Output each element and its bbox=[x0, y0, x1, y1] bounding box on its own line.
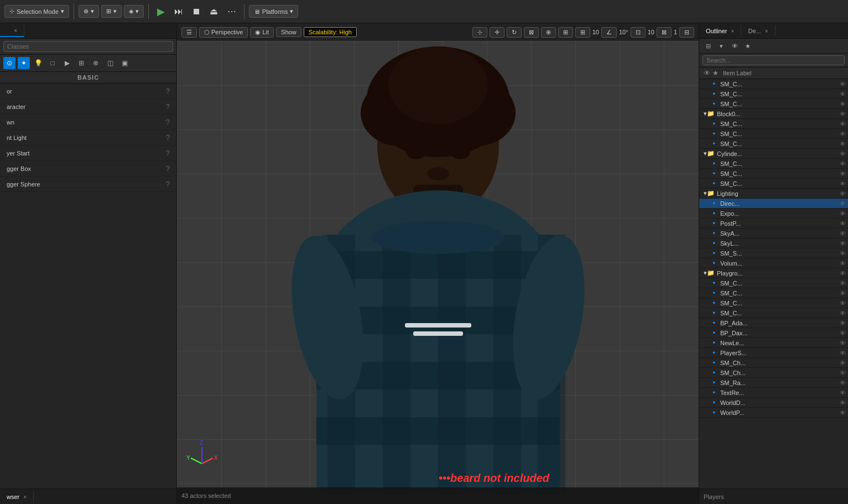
outliner-item-out-cyl[interactable]: ▾📁 Cylinde... 👁 bbox=[699, 149, 848, 159]
outliner-item-out-vol[interactable]: 🔹 Volum... 👁 bbox=[699, 258, 848, 268]
content-item-item-or[interactable]: or ? bbox=[0, 84, 176, 99]
outliner-filter-btn[interactable]: ⊟ bbox=[703, 40, 714, 51]
outliner-item-out-lighting[interactable]: ▾📁 Lighting 👁 bbox=[699, 189, 848, 199]
vp-translate-btn[interactable]: ✛ bbox=[490, 27, 504, 38]
icon-star[interactable]: ✦ bbox=[18, 57, 30, 69]
vp-camera-btn[interactable]: ⊞ bbox=[558, 27, 573, 38]
show-button[interactable]: Show bbox=[276, 27, 301, 37]
outliner-item-out-worldd[interactable]: 🔹 WorldD... 👁 bbox=[699, 398, 848, 408]
icon-square[interactable]: ◫ bbox=[104, 57, 116, 69]
outliner-item-out-smch1[interactable]: 🔹 SM_Ch... 👁 bbox=[699, 358, 848, 368]
content-item-item-wn[interactable]: wn ? bbox=[0, 115, 176, 130]
outliner-item-out-smc4[interactable]: 🔹 SM_C... 👁 bbox=[699, 119, 848, 129]
vp-layout-btn[interactable]: ⊟ bbox=[679, 27, 694, 38]
content-item-item-ntlight[interactable]: nt Light ? bbox=[0, 130, 176, 146]
outliner-item-out-newle[interactable]: 🔹 NewLe... 👁 bbox=[699, 338, 848, 348]
outliner-item-out-bpdax[interactable]: 🔹 BP_Dax... 👁 bbox=[699, 328, 848, 338]
outliner-item-out-direc[interactable]: 🔹 Direc... 👁 bbox=[699, 199, 848, 209]
outliner-tab-close[interactable]: × bbox=[731, 28, 735, 34]
outliner-item-out-smc6[interactable]: 🔹 SM_C... 👁 bbox=[699, 139, 848, 149]
icon-play2[interactable]: ▶ bbox=[61, 57, 73, 69]
content-item-item-ggersphere[interactable]: gger Sphere ? bbox=[0, 176, 176, 192]
stop-button[interactable]: ⏹ bbox=[189, 4, 204, 19]
outliner-item-out-smra[interactable]: 🔹 SM_Ra... 👁 bbox=[699, 378, 848, 388]
outliner-item-out-block0[interactable]: ▾📁 Block0... 👁 bbox=[699, 109, 848, 119]
icon-box[interactable]: □ bbox=[46, 57, 59, 69]
vp-rotate-btn[interactable]: ↻ bbox=[507, 27, 522, 38]
outliner-item-out-play[interactable]: ▾📁 Playgro... 👁 bbox=[699, 268, 848, 278]
vp-grid-btn[interactable]: ⊞ bbox=[575, 27, 590, 38]
help-icon[interactable]: ? bbox=[166, 87, 170, 95]
outliner-eye-btn[interactable]: 👁 bbox=[729, 40, 740, 51]
axis-indicator: X Y Z bbox=[185, 436, 218, 471]
content-item-item-character[interactable]: aracter ? bbox=[0, 99, 176, 115]
outliner-item-out-skyl[interactable]: 🔹 SkyL... 👁 bbox=[699, 238, 848, 248]
outliner-item-out-smc13[interactable]: 🔹 SM_C... 👁 bbox=[699, 308, 848, 318]
vp-angle-btn[interactable]: ∠ bbox=[601, 27, 617, 38]
vp-scale-btn2[interactable]: ⊡ bbox=[631, 27, 646, 38]
bottom-tab-browser[interactable]: wser × bbox=[0, 491, 34, 502]
transform-tool-2[interactable]: ⊞ ▾ bbox=[101, 5, 122, 18]
outliner-star-btn[interactable]: ★ bbox=[742, 40, 753, 51]
outliner-item-out-bpada[interactable]: 🔹 BP_Ada... 👁 bbox=[699, 318, 848, 328]
outliner-item-out-worldp[interactable]: 🔹 WorldP... 👁 bbox=[699, 408, 848, 418]
outliner-item-out-smc12[interactable]: 🔹 SM_C... 👁 bbox=[699, 298, 848, 308]
transform-tool-1[interactable]: ⊕ ▾ bbox=[79, 5, 99, 18]
details-tab-close[interactable]: × bbox=[765, 28, 768, 34]
outliner-tab[interactable]: Outliner × bbox=[699, 25, 741, 37]
outliner-item-out-sms[interactable]: 🔹 SM_S... 👁 bbox=[699, 248, 848, 258]
outliner-item-out-textre[interactable]: 🔹 TextRe... 👁 bbox=[699, 388, 848, 398]
left-tab-main[interactable]: × bbox=[0, 25, 24, 37]
eject-button[interactable]: ⏏ bbox=[206, 4, 222, 19]
vp-surface-btn[interactable]: ⊕ bbox=[541, 27, 556, 38]
outliner-item-out-players[interactable]: 🔹 PlayerS... 👁 bbox=[699, 348, 848, 358]
lit-button[interactable]: ◉ Lit bbox=[250, 27, 274, 38]
transform-tool-3[interactable]: ◈ ▾ bbox=[124, 5, 144, 18]
outliner-item-out-smc10[interactable]: 🔹 SM_C... 👁 bbox=[699, 278, 848, 288]
outliner-expand-btn[interactable]: ▾ bbox=[716, 40, 727, 51]
vp-select-btn[interactable]: ⊹ bbox=[472, 27, 487, 38]
platforms-button[interactable]: 🖥 Platforms ▾ bbox=[249, 5, 298, 18]
perspective-button[interactable]: ⬡ Perspective bbox=[199, 27, 248, 38]
selection-mode-button[interactable]: ⊹ Selection Mode ▾ bbox=[4, 5, 69, 18]
help-icon[interactable]: ? bbox=[166, 164, 170, 173]
icon-merge[interactable]: ⊗ bbox=[90, 57, 102, 69]
outliner-item-out-smc8[interactable]: 🔹 SM_C... 👁 bbox=[699, 169, 848, 179]
help-icon[interactable]: ? bbox=[166, 118, 170, 126]
outliner-item-out-smch2[interactable]: 🔹 SM_Ch... 👁 bbox=[699, 368, 848, 378]
icon-monitor[interactable]: ▣ bbox=[118, 57, 131, 69]
item-type-icon: 🔹 bbox=[710, 120, 718, 127]
viewport-hamburger[interactable]: ☰ bbox=[181, 27, 197, 38]
play-button[interactable]: ▶ bbox=[153, 4, 169, 19]
help-icon[interactable]: ? bbox=[166, 133, 170, 142]
outliner-item-out-smc9[interactable]: 🔹 SM_C... 👁 bbox=[699, 179, 848, 189]
outliner-item-out-smc3[interactable]: 🔹 SM_C... 👁 bbox=[699, 99, 848, 109]
center-viewport[interactable]: ☰ ⬡ Perspective ◉ Lit Show Scalability: … bbox=[177, 23, 699, 504]
outliner-item-out-smc7[interactable]: 🔹 SM_C... 👁 bbox=[699, 159, 848, 169]
outliner-item-out-smc1[interactable]: 🔹 SM_C... 👁 bbox=[699, 79, 848, 89]
outliner-item-out-smc11[interactable]: 🔹 SM_C... 👁 bbox=[699, 288, 848, 298]
icon-grid[interactable]: ⊞ bbox=[75, 57, 87, 69]
outliner-search-input[interactable] bbox=[703, 55, 845, 65]
content-item-item-ggerbox[interactable]: gger Box ? bbox=[0, 161, 176, 176]
icon-clock[interactable]: ⊙ bbox=[3, 57, 15, 69]
help-icon[interactable]: ? bbox=[166, 149, 170, 157]
search-input[interactable] bbox=[3, 41, 173, 52]
outliner-item-out-smc5[interactable]: 🔹 SM_C... 👁 bbox=[699, 129, 848, 139]
help-icon[interactable]: ? bbox=[166, 102, 170, 111]
more-play-button[interactable]: ⋯ bbox=[224, 4, 240, 19]
icon-light[interactable]: 💡 bbox=[32, 57, 44, 69]
left-tab-close[interactable]: × bbox=[14, 28, 17, 34]
outliner-item-out-smc2[interactable]: 🔹 SM_C... 👁 bbox=[699, 89, 848, 99]
svg-point-5 bbox=[406, 144, 426, 159]
outliner-item-out-postp[interactable]: 🔹 PostP... 👁 bbox=[699, 219, 848, 228]
vp-scale-btn[interactable]: ⊠ bbox=[524, 27, 539, 38]
details-tab[interactable]: De... × bbox=[741, 25, 775, 37]
outliner-item-out-skya[interactable]: 🔹 SkyA... 👁 bbox=[699, 228, 848, 238]
skip-forward-button[interactable]: ⏭ bbox=[171, 4, 186, 19]
vp-aspect-btn[interactable]: ⊠ bbox=[657, 27, 672, 38]
bottom-tab-close[interactable]: × bbox=[23, 494, 27, 500]
outliner-item-out-expo[interactable]: 🔹 Expo... 👁 bbox=[699, 209, 848, 219]
content-item-item-yerstart[interactable]: yer Start ? bbox=[0, 146, 176, 161]
help-icon[interactable]: ? bbox=[166, 180, 170, 188]
